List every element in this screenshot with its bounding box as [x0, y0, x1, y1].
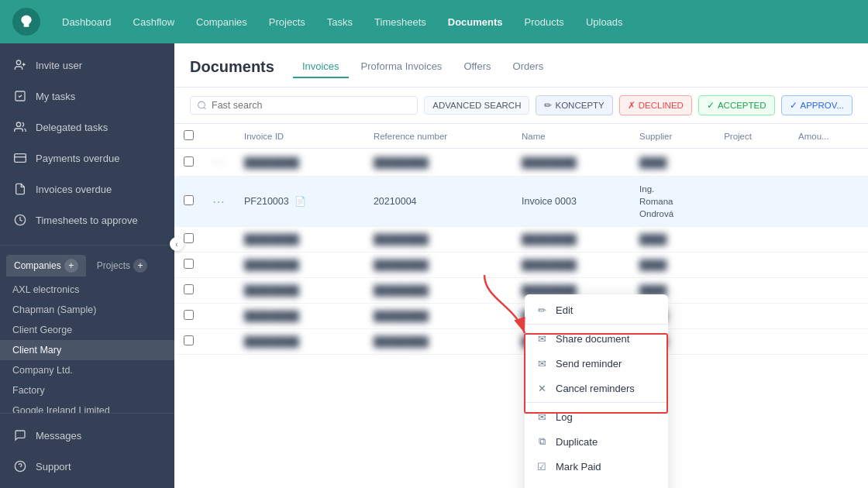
help-icon — [12, 459, 28, 474]
sidebar: Invite user My tasks Delegated tasks — [0, 43, 174, 488]
company-item-factory[interactable]: Factory — [0, 380, 174, 400]
menu-item-unfollow[interactable]: ◎ Unfollow — [525, 479, 668, 488]
row-checkbox-5[interactable] — [184, 284, 194, 294]
sidebar-item-invite-user[interactable]: Invite user — [0, 50, 174, 81]
advanced-search-button[interactable]: ADVANCED SEARCH — [424, 96, 529, 115]
check2-icon: ✓ — [790, 100, 797, 111]
svg-point-4 — [16, 122, 20, 126]
filter-koncepty[interactable]: ✏ KONCEPTY — [536, 95, 612, 115]
menu-divider-2 — [525, 402, 668, 403]
table-row: ████████ ████████ ████████ ████ — [174, 304, 868, 329]
add-project-button[interactable]: + — [133, 259, 147, 273]
table-row: ████████ ████████ ████████ ████ — [174, 253, 868, 278]
tab-orders[interactable]: Orders — [504, 56, 553, 78]
top-navigation: Dashboard Cashflow Companies Projects Ta… — [0, 0, 868, 43]
col-supplier: Supplier — [630, 124, 715, 149]
select-all-checkbox[interactable] — [184, 130, 194, 140]
sidebar-item-invoices-overdue[interactable]: Invoices overdue — [0, 174, 174, 204]
row-actions-2[interactable]: ⋯ — [212, 195, 226, 208]
user-plus-icon — [12, 57, 28, 73]
row-checkbox-6[interactable] — [184, 310, 194, 320]
menu-item-mark-paid[interactable]: ☑ Mark Paid — [525, 454, 668, 479]
nav-cashflow[interactable]: Cashflow — [124, 10, 184, 34]
table-row: ⋯ ████████ ████████ ████████ ████ — [174, 149, 868, 177]
payment-icon — [12, 150, 28, 166]
delegate-icon — [12, 119, 28, 135]
envelope-reminder-icon: ✉ — [536, 357, 548, 369]
sidebar-item-support[interactable]: Support — [0, 451, 174, 482]
nav-companies[interactable]: Companies — [187, 10, 257, 34]
col-project: Project — [715, 124, 789, 149]
row-checkbox-2[interactable] — [184, 195, 194, 205]
nav-timesheets[interactable]: Timesheets — [365, 10, 436, 34]
nav-uploads[interactable]: Uploads — [577, 10, 632, 34]
row-checkbox-3[interactable] — [184, 233, 194, 243]
envelope-log-icon: ✉ — [536, 411, 548, 423]
company-item-axl[interactable]: AXL electronics — [0, 280, 174, 300]
sidebar-item-delegated-tasks[interactable]: Delegated tasks — [0, 112, 174, 143]
tab-companies[interactable]: Companies + — [6, 255, 86, 277]
tab-projects[interactable]: Projects + — [89, 255, 155, 277]
table-row: ████████ ████████ ████████ ████ — [174, 227, 868, 253]
check-paid-icon: ☑ — [536, 460, 548, 473]
filter-approved[interactable]: ✓ APPROV... — [781, 95, 852, 115]
menu-item-share-document[interactable]: ✉ Share document — [525, 326, 668, 351]
tab-offers[interactable]: Offers — [454, 56, 500, 78]
sidebar-item-payments-overdue[interactable]: Payments overdue — [0, 143, 174, 174]
nav-projects[interactable]: Projects — [260, 10, 315, 34]
svg-point-10 — [198, 101, 205, 108]
col-actions — [203, 124, 235, 149]
company-item-client-mary[interactable]: Client Mary — [0, 340, 174, 360]
sidebar-item-my-tasks[interactable]: My tasks — [0, 81, 174, 112]
sidebar-item-timesheets-approve[interactable]: Timesheets to approve — [0, 204, 174, 235]
filter-accepted[interactable]: ✓ ACCEPTED — [698, 95, 775, 115]
search-icon — [197, 100, 207, 111]
svg-line-11 — [204, 108, 205, 109]
company-item-chapman[interactable]: Chapman (Sample) — [0, 300, 174, 320]
search-input[interactable] — [212, 100, 411, 111]
invoice-table: Invoice ID Reference number Name Supplie… — [174, 124, 868, 355]
x-cancel-icon: ✕ — [536, 382, 548, 394]
col-amount: Amou... — [789, 124, 868, 149]
company-item-client-george[interactable]: Client George — [0, 320, 174, 340]
invoice-id-cell: PF210003 📄 — [235, 177, 364, 227]
row-checkbox-4[interactable] — [184, 259, 194, 269]
menu-item-duplicate[interactable]: ⧉ Duplicate — [525, 429, 668, 454]
tab-proforma[interactable]: Proforma Invoices — [352, 56, 452, 78]
sidebar-item-messages[interactable]: Messages — [0, 420, 174, 451]
svg-point-0 — [16, 60, 20, 64]
menu-item-log[interactable]: ✉ Log — [525, 404, 668, 429]
filter-declined[interactable]: ✗ DECLINED — [619, 95, 692, 115]
table-row: ████████ ████████ ████████ ████ — [174, 278, 868, 304]
nav-dashboard[interactable]: Dashboard — [53, 10, 121, 34]
copy-icon: ⧉ — [536, 435, 548, 448]
col-ref-number: Reference number — [364, 124, 512, 149]
nav-tasks[interactable]: Tasks — [318, 10, 362, 34]
name-cell: Invoice 0003 — [512, 177, 630, 227]
add-company-button[interactable]: + — [64, 259, 78, 273]
menu-item-cancel-reminders[interactable]: ✕ Cancel reminders — [525, 376, 668, 400]
row-checkbox[interactable] — [184, 156, 194, 167]
menu-item-send-reminder[interactable]: ✉ Send reminder — [525, 351, 668, 376]
row-actions[interactable]: ⋯ — [212, 156, 226, 169]
document-tabs: Invoices Proforma Invoices Offers Orders — [293, 56, 553, 77]
toolbar: ADVANCED SEARCH ✏ KONCEPTY ✗ DECLINED ✓ … — [174, 88, 868, 124]
pencil-icon: ✏ — [544, 100, 552, 111]
search-box — [190, 96, 418, 115]
eye-icon: ◎ — [536, 485, 548, 488]
nav-products[interactable]: Products — [515, 10, 574, 34]
invoice-table-container: Invoice ID Reference number Name Supplie… — [174, 124, 868, 488]
sidebar-collapse-toggle[interactable]: ‹ — [170, 237, 184, 251]
nav-documents[interactable]: Documents — [439, 10, 512, 34]
documents-header: Documents Invoices Proforma Invoices Off… — [174, 43, 868, 88]
check-icon: ✓ — [707, 100, 715, 111]
menu-item-edit[interactable]: ✏ Edit — [525, 297, 668, 322]
col-invoice-id: Invoice ID — [235, 124, 364, 149]
col-name: Name — [512, 124, 630, 149]
tab-invoices[interactable]: Invoices — [293, 56, 349, 78]
company-item-company-ltd[interactable]: Company Ltd. — [0, 360, 174, 380]
row-checkbox-7[interactable] — [184, 335, 194, 345]
svg-rect-5 — [15, 154, 26, 163]
company-item-google[interactable]: Google Ireland Limited — [0, 400, 174, 413]
clock-icon — [12, 212, 28, 228]
